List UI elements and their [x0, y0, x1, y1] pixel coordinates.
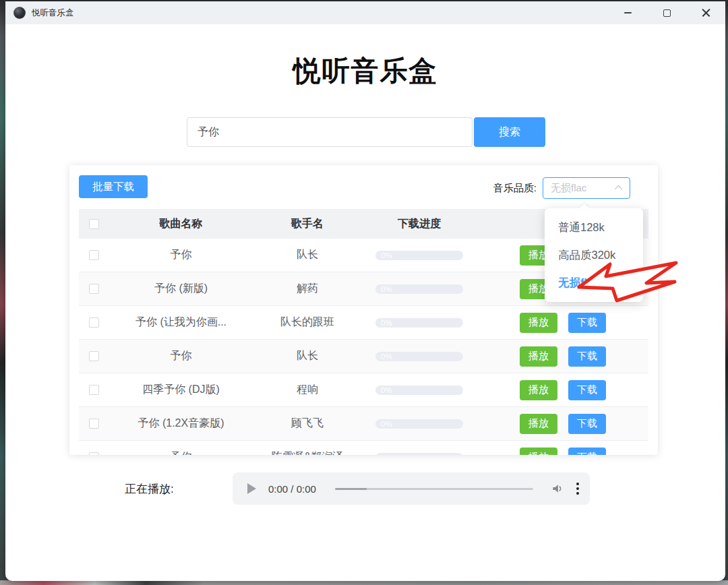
- titlebar: 悦听音乐盒: [5, 1, 725, 24]
- play-button[interactable]: 播放: [520, 448, 557, 456]
- progress-bar: 0%: [375, 352, 463, 361]
- row-checkbox[interactable]: [89, 250, 99, 260]
- maximize-button[interactable]: [647, 1, 686, 24]
- artist-name: 解药: [253, 282, 361, 296]
- song-name: 予你: [109, 349, 253, 363]
- table-row: 予你 陈雪凝&郑润泽 0% 播放 下载: [79, 441, 648, 455]
- header-song: 歌曲名称: [109, 217, 253, 231]
- progress-bar: 0%: [375, 318, 463, 328]
- close-icon: [702, 9, 710, 18]
- play-button[interactable]: 播放: [520, 380, 557, 400]
- progress-bar: 0%: [375, 284, 463, 294]
- audio-time: 0:00 / 0:00: [268, 483, 316, 495]
- row-checkbox[interactable]: [89, 452, 99, 455]
- audio-play-icon[interactable]: [247, 483, 256, 494]
- table-row: 予你 队长 0% 播放 下载: [79, 340, 648, 373]
- table-row: 四季予你 (DJ版) 程响 0% 播放 下载: [79, 373, 648, 407]
- quality-control: 音乐品质: 无损flac: [493, 177, 630, 199]
- header-artist: 歌手名: [253, 217, 361, 231]
- close-button[interactable]: [686, 1, 725, 24]
- app-window: 悦听音乐盒 悦听音乐盒 搜索 批量下载 音乐品质: 无损flac 歌曲名称 歌手…: [5, 1, 725, 581]
- audio-more-icon[interactable]: [576, 483, 579, 495]
- quality-label: 音乐品质:: [493, 182, 537, 195]
- song-name: 予你 (让我为你画...: [109, 315, 253, 330]
- search-input[interactable]: [187, 117, 473, 147]
- row-checkbox[interactable]: [89, 419, 99, 429]
- maximize-icon: [663, 9, 671, 17]
- artist-name: 队长: [253, 248, 361, 262]
- chevron-up-icon: [615, 185, 622, 193]
- artist-name: 程响: [253, 383, 361, 397]
- select-all-checkbox[interactable]: [89, 219, 99, 229]
- song-name: 予你 (1.2X音豪版): [109, 417, 253, 431]
- app-logo-icon: [13, 7, 26, 19]
- song-name: 予你: [109, 248, 253, 262]
- progress-bar: 0%: [375, 251, 463, 260]
- row-checkbox[interactable]: [89, 351, 99, 361]
- quality-option-320k[interactable]: 高品质320k: [545, 241, 643, 269]
- row-checkbox[interactable]: [89, 284, 99, 294]
- batch-download-button[interactable]: 批量下载: [79, 175, 148, 198]
- artist-name: 队长的跟班: [253, 315, 361, 330]
- search-button[interactable]: 搜索: [474, 117, 545, 147]
- minimize-button[interactable]: [608, 1, 647, 24]
- row-checkbox[interactable]: [89, 385, 99, 395]
- download-button[interactable]: 下载: [568, 380, 606, 400]
- download-button[interactable]: 下载: [568, 414, 606, 434]
- search-bar: 搜索: [187, 117, 545, 147]
- window-controls: [608, 1, 725, 24]
- artist-name: 队长: [253, 349, 361, 363]
- quality-dropdown-menu: 普通128k 高品质320k 无损flac: [545, 208, 643, 302]
- row-checkbox[interactable]: [89, 317, 99, 328]
- download-button[interactable]: 下载: [568, 346, 606, 367]
- song-name: 予你: [109, 450, 253, 455]
- table-row: 予你 (1.2X音豪版) 顾飞飞 0% 播放 下载: [79, 407, 648, 441]
- titlebar-app-title: 悦听音乐盒: [32, 7, 74, 19]
- play-button[interactable]: 播放: [520, 313, 557, 333]
- artist-name: 陈雪凝&郑润泽: [253, 450, 361, 455]
- download-button[interactable]: 下载: [568, 448, 606, 456]
- audio-seekbar[interactable]: [335, 488, 533, 490]
- volume-icon[interactable]: [551, 482, 564, 495]
- quality-option-128k[interactable]: 普通128k: [545, 214, 643, 241]
- play-button[interactable]: 播放: [520, 414, 557, 434]
- quality-select-value: 无损flac: [551, 182, 586, 195]
- minimize-icon: [624, 12, 632, 13]
- song-name: 予你 (新版): [109, 282, 253, 296]
- progress-bar: 0%: [375, 419, 463, 429]
- artist-name: 顾飞飞: [253, 417, 361, 431]
- progress-bar: 0%: [375, 453, 463, 456]
- header-progress: 下载进度: [361, 217, 477, 231]
- progress-bar: 0%: [375, 386, 463, 395]
- quality-select[interactable]: 无损flac: [543, 177, 630, 199]
- table-row: 予你 (让我为你画... 队长的跟班 0% 播放 下载: [79, 306, 648, 340]
- quality-option-flac[interactable]: 无损flac: [545, 269, 643, 297]
- desktop-background-bottom: [0, 580, 728, 585]
- download-button[interactable]: 下载: [568, 313, 606, 333]
- now-playing-label: 正在播放:: [125, 481, 174, 497]
- song-name: 四季予你 (DJ版): [109, 383, 253, 397]
- audio-player: 0:00 / 0:00: [233, 472, 590, 505]
- page-title: 悦听音乐盒: [5, 53, 725, 90]
- play-button[interactable]: 播放: [520, 346, 557, 367]
